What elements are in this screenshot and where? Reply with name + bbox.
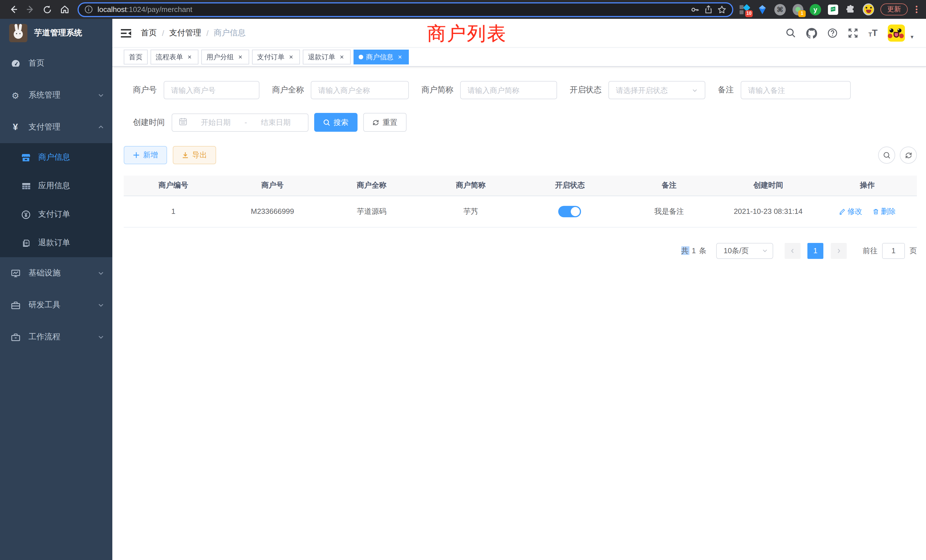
menu-fold-icon[interactable] (121, 29, 131, 37)
browser-back-button[interactable] (6, 2, 21, 17)
dashboard-icon (10, 59, 21, 68)
share-icon[interactable] (704, 5, 713, 14)
back-icon (8, 5, 18, 14)
close-icon[interactable]: × (237, 53, 244, 61)
status-select[interactable] (608, 81, 705, 99)
export-button[interactable]: 导出 (173, 146, 216, 164)
tab-process-form[interactable]: 流程表单 × (151, 50, 198, 64)
extension-proxy-icon[interactable]: 1 (792, 4, 803, 15)
show-search-toggle-button[interactable] (878, 147, 895, 163)
extensions-area: 10 ⌘ 1 y 更新 (739, 3, 920, 15)
page-size-select[interactable] (716, 243, 773, 259)
avatar-caret-down-icon[interactable]: ▾ (911, 33, 914, 39)
calendar-icon (179, 117, 187, 127)
start-date-input[interactable] (191, 118, 241, 127)
font-size-icon[interactable]: TT (869, 29, 878, 38)
close-icon[interactable]: × (396, 53, 404, 61)
workflow-icon (10, 332, 21, 342)
tools-icon (10, 300, 21, 310)
tab-home[interactable]: 首页 (124, 50, 148, 64)
status-toggle[interactable] (558, 206, 581, 217)
browser-home-button[interactable] (57, 2, 72, 17)
date-range-picker[interactable]: - (172, 113, 309, 132)
extensions-puzzle-icon[interactable] (845, 4, 856, 15)
browser-forward-button[interactable] (23, 2, 38, 17)
remark-input[interactable] (748, 86, 843, 94)
filter-row-2: 创建时间 - 搜索 (124, 113, 917, 132)
browser-update-button[interactable]: 更新 (881, 3, 908, 15)
reload-icon (43, 5, 52, 14)
github-icon[interactable] (806, 28, 817, 38)
password-key-icon[interactable] (690, 5, 700, 14)
url-bar[interactable]: localhost:1024/pay/merchant (77, 2, 733, 17)
cell-actions: 修改 删除 (818, 195, 917, 227)
url-host: localhost (97, 5, 127, 14)
close-icon[interactable]: × (287, 53, 295, 61)
breadcrumb-separator: / (206, 29, 209, 38)
sidebar-item-pay-order[interactable]: 支付订单 (0, 200, 112, 229)
add-button[interactable]: 新增 (124, 146, 167, 164)
sidebar-item-devtools[interactable]: 研发工具 (0, 289, 112, 321)
user-avatar[interactable] (888, 24, 905, 42)
extension-tasks-icon[interactable]: 10 (739, 4, 750, 15)
tab-user-group[interactable]: 用户分组 × (201, 50, 249, 64)
reset-button[interactable]: 重置 (363, 113, 407, 132)
sidebar-item-merchant-info[interactable]: 商户信息 (0, 143, 112, 172)
help-icon[interactable] (828, 28, 838, 38)
sidebar-item-workflow[interactable]: 工作流程 (0, 321, 112, 353)
app-title: 芋道管理系统 (34, 28, 82, 38)
edit-link[interactable]: 修改 (839, 206, 862, 216)
refresh-table-button[interactable] (900, 147, 917, 163)
sidebar-item-label: 系统管理 (29, 90, 61, 100)
merchant-no-input[interactable] (171, 86, 252, 94)
extension-gem-icon[interactable] (757, 4, 768, 15)
breadcrumb-separator: / (162, 29, 164, 38)
extension-yudao-icon[interactable]: y (809, 4, 821, 15)
jump-page-input[interactable] (885, 246, 902, 255)
site-info-icon[interactable] (85, 5, 93, 14)
breadcrumb-home[interactable]: 首页 (141, 28, 157, 38)
sidebar-item-label: 退款订单 (38, 238, 70, 248)
close-icon[interactable]: × (338, 53, 345, 61)
browser-menu-icon[interactable] (914, 6, 919, 13)
browser-toolbar: localhost:1024/pay/merchant 10 ⌘ (0, 0, 926, 19)
header-search-icon[interactable] (786, 28, 796, 38)
sidebar-item-label: 首页 (29, 58, 44, 68)
short-name-input[interactable] (468, 86, 550, 94)
status-select-input[interactable] (616, 86, 691, 94)
full-name-input[interactable] (318, 86, 401, 94)
extension-notes-icon[interactable] (828, 4, 839, 15)
page-number-1[interactable]: 1 (807, 243, 823, 259)
browser-profile-avatar[interactable] (863, 4, 874, 15)
date-range-separator: - (245, 118, 247, 127)
breadcrumb-payment[interactable]: 支付管理 (169, 28, 201, 38)
extension-command-icon[interactable]: ⌘ (774, 4, 786, 15)
command-glyph: ⌘ (777, 5, 783, 14)
sidebar-logo[interactable]: 芋道管理系统 (0, 19, 112, 47)
cell-status (520, 195, 619, 227)
sidebar-item-system[interactable]: ⚙ 系统管理 (0, 79, 112, 111)
url-text[interactable]: localhost:1024/pay/merchant (97, 5, 686, 14)
payment-submenu: 商户信息 应用信息 支付订单 (0, 143, 112, 257)
breadcrumb: 首页 / 支付管理 / 商户信息 (141, 28, 246, 38)
browser-reload-button[interactable] (40, 2, 55, 17)
sidebar-item-app-info[interactable]: 应用信息 (0, 172, 112, 200)
tab-merchant-info[interactable]: 商户信息 × (354, 50, 409, 64)
sidebar-item-payment[interactable]: ¥ 支付管理 (0, 111, 112, 143)
close-icon[interactable]: × (186, 53, 193, 61)
sidebar-item-infra[interactable]: 基础设施 (0, 257, 112, 289)
page-size-value[interactable] (723, 246, 762, 255)
table-tools (878, 147, 917, 163)
chevron-down-icon (97, 92, 104, 98)
sidebar-item-home[interactable]: 首页 (0, 47, 112, 79)
tab-pay-order[interactable]: 支付订单 × (252, 50, 300, 64)
fullscreen-icon[interactable] (848, 28, 858, 38)
delete-link[interactable]: 删除 (872, 206, 896, 216)
search-button[interactable]: 搜索 (314, 113, 357, 132)
sidebar-item-refund-order[interactable]: 退款订单 (0, 229, 112, 257)
tab-refund-order[interactable]: 退款订单 × (303, 50, 351, 64)
bookmark-star-icon[interactable] (717, 5, 726, 14)
next-page-button[interactable] (831, 243, 847, 259)
end-date-input[interactable] (250, 118, 301, 127)
prev-page-button[interactable] (785, 243, 800, 259)
